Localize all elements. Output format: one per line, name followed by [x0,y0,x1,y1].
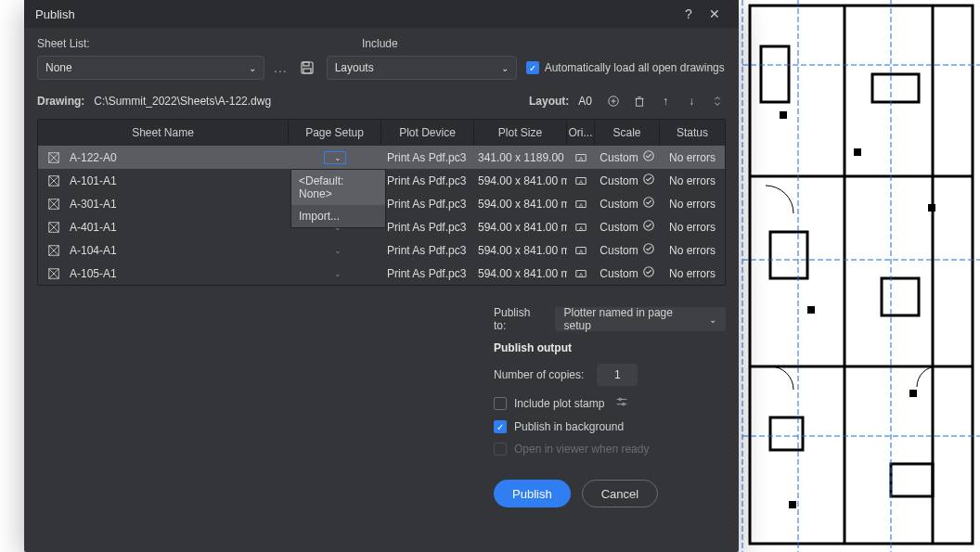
plot-stamp-label: Include plot stamp [514,397,604,410]
layout-value: A0 [578,95,592,108]
checkbox-icon [494,397,507,410]
col-sheet[interactable]: Sheet Name [38,120,289,146]
sheet-table: Sheet Name Page Setup Plot Device Plot S… [37,119,726,286]
check-circle-icon [642,219,655,235]
plot-size: 594.00 x 841.00 mm [474,192,567,215]
sheet-list-value: None [45,61,72,74]
arrow-up-icon[interactable]: ↑ [657,93,674,109]
page-setup-select[interactable]: ⌄ [324,151,346,164]
sheet-icon [47,267,60,280]
publish-to-label: Publish to: [494,306,546,332]
sheet-list-label: Sheet List: [37,37,325,50]
copies-label: Number of copies: [494,368,584,381]
orientation-icon: A [567,169,595,192]
status-text: No errors [660,215,725,238]
svg-text:A: A [579,247,584,253]
col-orient[interactable]: Ori... [567,120,595,146]
include-select[interactable]: Layouts ⌄ [327,56,517,80]
col-size[interactable]: Plot Size [474,120,567,146]
dropdown-option[interactable]: <Default: None> [291,170,385,205]
col-plot[interactable]: Plot Device [381,120,474,146]
copies-input[interactable] [597,364,638,386]
titlebar: Publish ? ✕ [24,0,739,28]
sheet-icon [47,198,60,211]
orientation-icon: A [567,238,595,262]
plot-size: 594.00 x 841.00 mm [474,169,567,192]
publish-to-select[interactable]: Plotter named in page setup ⌄ [555,307,727,331]
publish-bg-checkbox[interactable]: ✓ Publish in background [494,420,726,433]
svg-text:A: A [579,270,584,276]
status-text: No errors [660,192,725,215]
cancel-button[interactable]: Cancel [582,480,658,507]
svg-point-68 [643,267,653,277]
sheet-icon [47,244,60,257]
table-row[interactable]: A-104-A1⌄Print As Pdf.pc3594.00 x 841.00… [38,238,725,262]
auto-load-label: Automatically load all open drawings [545,61,725,74]
svg-text:A: A [579,200,584,207]
orientation-icon: A [567,262,595,285]
sheet-name: A-104-A1 [70,244,117,257]
chevron-down-icon: ⌄ [709,315,716,325]
publish-button[interactable]: Publish [494,480,571,507]
publish-to-value: Plotter named in page setup [564,306,703,332]
sheet-icon [47,221,60,234]
plot-size: 341.00 x 1189.00 mm [474,146,567,169]
sheet-icon [47,151,60,164]
arrow-down-icon[interactable]: ↓ [683,93,700,109]
table-row[interactable]: A-105-A1⌄Print As Pdf.pc3594.00 x 841.00… [38,262,725,285]
sheet-name: A-122-A0 [70,151,117,164]
orientation-icon: A [567,146,595,169]
page-setup-select[interactable]: ⌄ [329,246,342,255]
svg-rect-21 [807,306,815,314]
drawing-path: C:\Summit_2022\Sheets\A-122.dwg [94,95,271,108]
chevron-down-icon: ⌄ [334,269,342,278]
sheet-name: A-101-A1 [70,174,117,187]
chevron-down-icon: ⌄ [334,153,342,162]
sheet-name: A-105-A1 [70,267,117,280]
plot-size: 594.00 x 841.00 mm [474,215,567,238]
save-icon[interactable] [297,58,317,78]
page-setup-select[interactable]: ⌄ [329,269,342,278]
plot-device: Print As Pdf.pc3 [381,146,474,169]
svg-text:A: A [579,224,584,230]
col-status[interactable]: Status [660,120,725,146]
svg-text:A: A [579,154,584,160]
check-circle-icon [642,196,655,212]
col-page[interactable]: Page Setup [289,120,381,146]
settings-icon[interactable] [615,395,628,411]
svg-rect-25 [303,62,309,66]
col-scale[interactable]: Scale [595,120,660,146]
sheet-icon [47,174,60,187]
help-icon[interactable]: ? [676,1,702,27]
dropdown-option[interactable]: Import... [291,205,385,227]
svg-rect-22 [909,390,917,397]
check-circle-icon [642,173,655,188]
svg-point-62 [643,244,653,254]
plot-device: Print As Pdf.pc3 [381,215,474,238]
sheet-name: A-401-A1 [70,221,117,234]
orientation-icon: A [567,215,595,238]
scale-value: Custom [600,267,638,280]
sheet-list-select[interactable]: None ⌄ [37,56,264,80]
publish-output-heading: Publish output [494,341,726,354]
svg-point-50 [643,198,653,208]
close-icon[interactable]: ✕ [702,1,728,27]
svg-rect-18 [780,111,787,119]
dialog-title: Publish [35,7,676,21]
chevron-down-icon: ⌄ [501,63,509,73]
more-icon[interactable]: ... [274,60,288,75]
table-header: Sheet Name Page Setup Plot Device Plot S… [38,120,725,146]
scale-value: Custom [600,174,638,187]
plot-device: Print As Pdf.pc3 [381,262,474,285]
chevron-down-icon: ⌄ [334,246,342,255]
expand-icon[interactable] [709,93,726,109]
auto-load-checkbox[interactable]: ✓ Automatically load all open drawings [526,61,725,74]
checkbox-icon [494,443,507,456]
svg-rect-19 [854,148,861,156]
open-viewer-checkbox: Open in viewer when ready [494,443,726,456]
table-row[interactable]: A-122-A0⌄Print As Pdf.pc3341.00 x 1189.0… [38,146,725,169]
plot-stamp-checkbox[interactable]: Include plot stamp [494,395,726,411]
add-icon[interactable] [605,93,622,109]
plot-size: 594.00 x 841.00 mm [474,238,567,262]
trash-icon[interactable] [631,93,648,109]
